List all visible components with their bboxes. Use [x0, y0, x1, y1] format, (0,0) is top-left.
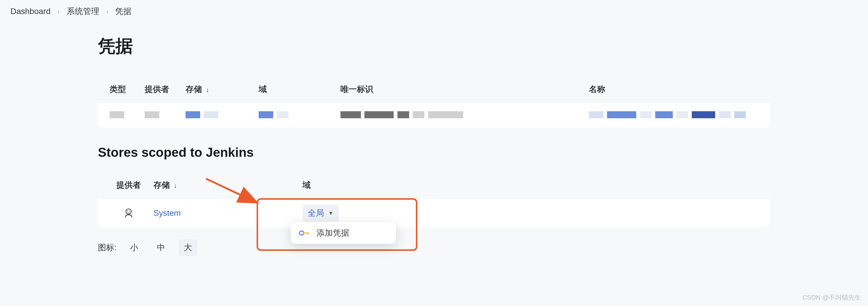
- table-header-row: 类型 提供者 存储 ↓ 域 唯一标识 名称: [98, 76, 770, 103]
- page-title: 凭据: [98, 34, 770, 58]
- domain-dropdown-menu: 添加凭据: [291, 222, 396, 244]
- icon-size-label: 图标:: [98, 242, 117, 253]
- redacted-block: [428, 111, 463, 118]
- redacted-block: [677, 111, 688, 118]
- breadcrumb: Dashboard › 系统管理 › 凭据: [0, 0, 868, 23]
- table-row[interactable]: [98, 103, 770, 128]
- domain-global-dropdown[interactable]: 全局 ▼: [303, 205, 339, 222]
- stores-header-row: 提供者 存储 ↓ 域: [98, 171, 770, 199]
- svg-point-0: [126, 209, 131, 214]
- chevron-right-icon: ›: [106, 8, 108, 15]
- redacted-block: [340, 111, 361, 118]
- redacted-block: [110, 111, 124, 118]
- add-credentials-item[interactable]: 添加凭据: [316, 228, 349, 239]
- stores-table: 提供者 存储 ↓ 域 System 全: [98, 171, 770, 228]
- scol-header-store-label: 存储: [153, 180, 170, 190]
- redacted-block: [692, 111, 715, 118]
- breadcrumb-system-manage[interactable]: 系统管理: [67, 6, 99, 17]
- svg-point-2: [129, 210, 130, 211]
- chevron-right-icon: ›: [58, 8, 60, 15]
- jenkins-icon: [122, 207, 135, 219]
- svg-rect-4: [303, 232, 308, 234]
- redacted-block: [589, 111, 603, 118]
- redacted-block: [204, 111, 218, 118]
- redacted-block: [655, 111, 673, 118]
- chevron-down-icon: ▼: [328, 210, 334, 216]
- scol-header-domain[interactable]: 域: [303, 179, 758, 191]
- icon-size-small[interactable]: 小: [125, 239, 144, 256]
- key-icon: [299, 230, 310, 237]
- redacted-block: [145, 111, 159, 118]
- watermark: CSDN @不叫猫先生: [802, 293, 861, 302]
- svg-rect-6: [308, 232, 309, 234]
- stores-section-title: Stores scoped to Jenkins: [98, 145, 770, 160]
- redacted-block: [186, 111, 200, 118]
- sort-arrow-icon: ↓: [206, 86, 209, 94]
- icon-size-medium[interactable]: 中: [152, 239, 170, 256]
- breadcrumb-credentials[interactable]: 凭据: [115, 6, 131, 17]
- redacted-block: [413, 111, 424, 118]
- scol-header-store[interactable]: 存储 ↓: [153, 179, 297, 191]
- col-header-domain[interactable]: 域: [259, 84, 335, 95]
- redacted-block: [365, 111, 394, 118]
- sort-arrow-icon: ↓: [174, 182, 177, 189]
- redacted-block: [734, 111, 746, 118]
- scol-header-provider[interactable]: 提供者: [110, 179, 148, 191]
- col-header-uniqid[interactable]: 唯一标识: [340, 84, 583, 95]
- redacted-block: [607, 111, 636, 118]
- icon-size-selector: 图标: 小 中 大: [98, 239, 770, 256]
- breadcrumb-dashboard[interactable]: Dashboard: [10, 7, 51, 16]
- col-header-store-label: 存储: [186, 85, 202, 94]
- col-header-name[interactable]: 名称: [589, 84, 758, 95]
- col-header-type[interactable]: 类型: [110, 84, 139, 95]
- store-system-link[interactable]: System: [153, 208, 181, 217]
- col-header-provider[interactable]: 提供者: [145, 84, 180, 95]
- redacted-block: [259, 111, 273, 118]
- domain-label: 全局: [308, 208, 324, 219]
- redacted-block: [640, 111, 652, 118]
- credentials-table: 类型 提供者 存储 ↓ 域 唯一标识 名称: [98, 76, 770, 128]
- redacted-block: [277, 111, 288, 118]
- redacted-block: [719, 111, 731, 118]
- svg-rect-5: [307, 232, 308, 234]
- svg-point-3: [300, 231, 304, 235]
- redacted-block: [398, 111, 409, 118]
- col-header-store[interactable]: 存储 ↓: [186, 84, 253, 95]
- icon-size-large[interactable]: 大: [179, 239, 197, 256]
- svg-point-1: [127, 210, 128, 211]
- stores-row: System 全局 ▼ 添加凭据: [98, 199, 770, 228]
